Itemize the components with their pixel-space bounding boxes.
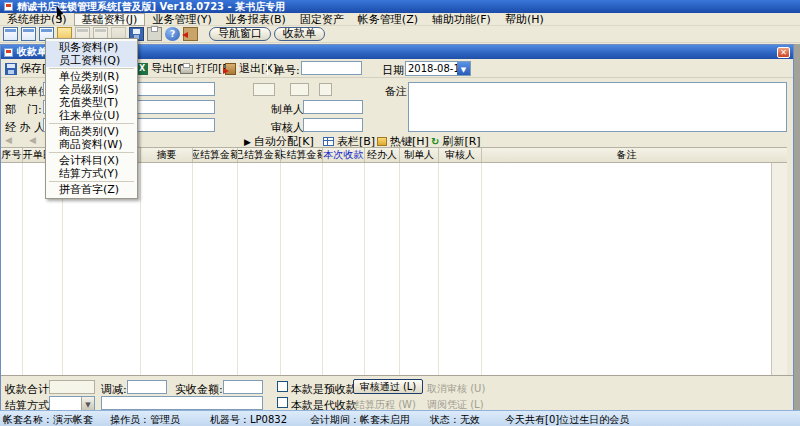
menu-item-unit-category[interactable]: 单位类别(R)	[46, 70, 137, 83]
maker-input[interactable]	[303, 100, 363, 114]
status-bar: 帐套名称：演示帐套 操作员：管理员 机器号：LP0832 会计期间：帐套未启用 …	[0, 410, 800, 426]
menu-item-help[interactable]: 帮助(H)	[498, 13, 551, 26]
table-grid-icon	[323, 137, 334, 146]
advance-checkbox-label: 本款是预收款	[291, 382, 357, 397]
form-footer: 收款合计: 调减: 实收金额: 本款是预收款 结算方式: 本款是代收款 审核通过…	[1, 375, 793, 411]
received-label: 实收金额:	[175, 382, 223, 397]
col-due-amount[interactable]: 应结算金额	[193, 148, 238, 162]
form-icon	[4, 48, 13, 57]
dropdown-arrow-icon[interactable]	[81, 397, 94, 410]
app-icon	[4, 2, 13, 11]
col-remark[interactable]: 备注	[482, 148, 771, 162]
new-window-icon[interactable]	[3, 27, 18, 41]
approve-button[interactable]: 审核通过 (L)	[353, 379, 423, 394]
menu-item-fixed-assets[interactable]: 固定资产	[293, 13, 351, 26]
close-icon[interactable]: ✕	[777, 47, 790, 58]
col-maker[interactable]: 制单人	[400, 148, 439, 162]
menu-item-business-reports[interactable]: 业务报表(B)	[219, 13, 293, 26]
auditor-input[interactable]	[303, 118, 363, 132]
play-icon: ▶	[244, 137, 251, 147]
total-input	[49, 380, 95, 394]
col-this-receipt[interactable]: 本次收款	[323, 148, 365, 162]
status-period: 会计期间：帐套未启用	[310, 413, 410, 426]
menu-item-goods-category[interactable]: 商品类别(V)	[46, 125, 137, 138]
status-birthday-tip: 今天共有[0]位过生日的会员	[505, 413, 629, 426]
nav-window-button[interactable]: 导航窗口	[209, 27, 271, 41]
printer-icon[interactable]	[147, 27, 162, 41]
menu-item-recharge-type[interactable]: 充值类型(T)	[46, 96, 137, 109]
partner-extra-box1	[253, 83, 275, 96]
date-picker[interactable]: 2018-08-15	[405, 61, 471, 76]
remark-textarea[interactable]	[408, 82, 787, 132]
prev-record-icon: ◀	[29, 135, 36, 145]
status-state: 状态：无效	[430, 413, 480, 426]
exit-button[interactable]: 退出[X]	[225, 61, 277, 76]
menu-bar: 系统维护(S) 基础资料(J) 业务管理(Y) 业务报表(B) 固定资产 帐务管…	[0, 13, 800, 26]
menu-item-settle-method[interactable]: 结算方式(Y)	[46, 167, 137, 180]
refresh-icon: ↻	[431, 136, 439, 147]
col-auditor[interactable]: 审核人	[439, 148, 482, 162]
date-label: 日期:	[382, 63, 408, 78]
basic-data-dropdown-menu: 职务资料(P) 员工资料(Q) 单位类别(R) 会员级别(S) 充值类型(T) …	[45, 38, 138, 199]
menu-item-member-level[interactable]: 会员级别(S)	[46, 83, 137, 96]
title-bar: 精诚书店连锁管理系统[普及版] Ver18.0723 - 某书店专用	[0, 0, 800, 13]
first-record-icon: ◀	[5, 135, 12, 145]
status-account-name: 帐套名称：演示帐套	[3, 413, 93, 426]
calendar-dropdown-icon[interactable]	[457, 62, 470, 75]
menu-item-system-maintenance[interactable]: 系统维护(S)	[0, 13, 74, 26]
col-settled-amount[interactable]: 已结算金额	[238, 148, 281, 162]
receipt-tab-button[interactable]: 收款单	[274, 27, 325, 41]
exit-icon[interactable]	[183, 27, 198, 41]
col-unsettled-amount[interactable]: 未结算金额	[281, 148, 323, 162]
mdi-background	[794, 44, 800, 410]
cancel-audit-button: 取消审核 (U)	[427, 382, 485, 396]
settle-method-select[interactable]	[49, 396, 95, 411]
menu-item-position-data[interactable]: 职务资料(P)	[46, 41, 137, 54]
status-operator: 操作员：管理员	[110, 413, 180, 426]
menu-item-business-partner[interactable]: 往来单位(U)	[46, 109, 137, 122]
menu-item-auxiliary[interactable]: 辅助功能(F)	[425, 13, 498, 26]
order-no-label: 单号:	[274, 63, 300, 78]
remark-label: 备注:	[385, 84, 411, 99]
menu-item-employee-data[interactable]: 员工资料(Q)	[46, 54, 137, 67]
menu-item-business-management[interactable]: 业务管理(Y)	[145, 13, 218, 26]
menu-item-accounting[interactable]: 帐务管理(Z)	[351, 13, 425, 26]
help-icon[interactable]: ?	[165, 27, 180, 41]
col-seq[interactable]: 序号	[1, 148, 23, 162]
floppy-icon	[5, 63, 17, 75]
door-exit-icon	[225, 63, 236, 75]
total-label: 收款合计:	[5, 382, 53, 397]
hotkey-icon	[377, 137, 387, 146]
agency-checkbox[interactable]	[277, 397, 288, 408]
deduct-label: 调减:	[101, 382, 127, 397]
partner-extra-box3	[319, 83, 332, 96]
printer-icon	[180, 65, 193, 74]
table-scrollbar[interactable]	[771, 163, 787, 375]
order-no-input[interactable]	[301, 61, 362, 75]
deduct-input[interactable]	[127, 380, 167, 394]
col-handler[interactable]: 经办人	[365, 148, 400, 162]
menu-item-basic-data[interactable]: 基础资料(J)	[74, 13, 146, 26]
menu-item-pinyin-initial[interactable]: 拼音首字(Z)	[46, 183, 137, 196]
open-icon[interactable]	[21, 27, 36, 41]
department-label: 部 门:	[5, 102, 42, 117]
settle-detail-input[interactable]	[101, 396, 263, 410]
col-summary[interactable]: 摘要	[141, 148, 193, 162]
app-window: 精诚书店连锁管理系统[普及版] Ver18.0723 - 某书店专用 系统维护(…	[0, 0, 800, 426]
menu-item-goods-data[interactable]: 商品资料(W)	[46, 138, 137, 151]
menu-item-accounting-subject[interactable]: 会计科目(X)	[46, 154, 137, 167]
status-machine-no: 机器号：LP0832	[210, 413, 287, 426]
form-title: 收款单	[17, 45, 47, 59]
partner-extra-box2	[290, 83, 309, 96]
received-input[interactable]	[223, 380, 263, 394]
advance-checkbox[interactable]	[277, 381, 288, 392]
